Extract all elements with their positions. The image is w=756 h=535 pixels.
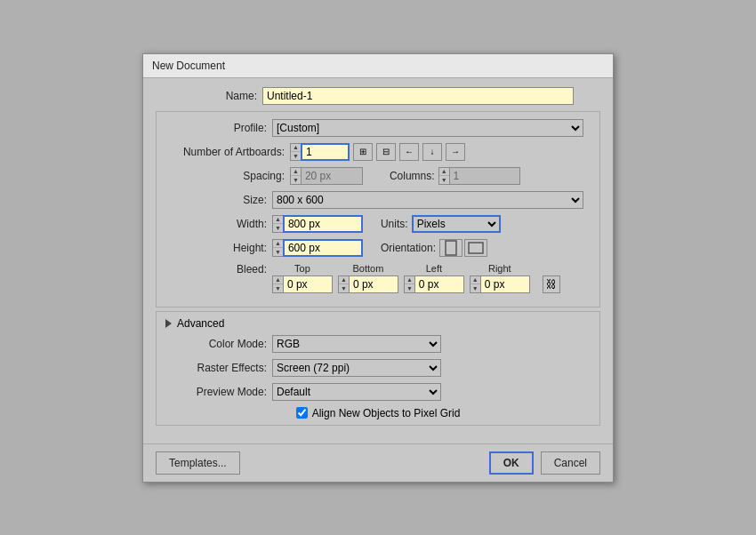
size-select[interactable]: 800 x 600 xyxy=(272,191,583,209)
artboards-spin-down[interactable]: ▼ xyxy=(291,152,301,160)
bleed-left-input-wrap: ▲ ▼ xyxy=(404,275,464,293)
spacing-label: Spacing: xyxy=(165,170,290,182)
spacing-spinner[interactable]: ▲ ▼ xyxy=(290,167,363,185)
artboards-group: ▲ ▼ ⊞ ⊟ ← ↓ → xyxy=(290,143,465,161)
columns-spinner[interactable]: ▲ ▼ xyxy=(438,167,520,185)
raster-select[interactable]: Screen (72 ppi) xyxy=(272,359,441,377)
templates-button[interactable]: Templates... xyxy=(156,451,240,475)
width-input[interactable] xyxy=(283,215,363,233)
artboard-left-icon[interactable]: ← xyxy=(399,143,419,161)
name-label: Name: xyxy=(156,90,262,102)
height-spinner[interactable]: ▲ ▼ xyxy=(272,239,363,257)
new-document-dialog: New Document Name: Profile: [Custom] Num… xyxy=(142,53,614,483)
raster-label: Raster Effects: xyxy=(165,362,272,374)
svg-rect-1 xyxy=(469,243,483,253)
bleed-bottom-label: Bottom xyxy=(352,263,383,274)
cancel-button[interactable]: Cancel xyxy=(541,451,600,475)
columns-input[interactable] xyxy=(449,167,520,185)
artboards-label: Number of Artboards: xyxy=(165,146,290,158)
height-input[interactable] xyxy=(283,239,363,257)
profile-select[interactable]: [Custom] xyxy=(272,119,583,137)
bleed-top-field: Top ▲ ▼ xyxy=(272,263,333,293)
align-checkbox-row: Align New Objects to Pixel Grid xyxy=(165,407,591,419)
spacing-input[interactable] xyxy=(301,167,363,185)
orientation-group: Orientation: xyxy=(381,239,487,257)
spacing-spin-arrows[interactable]: ▲ ▼ xyxy=(290,167,301,185)
profile-section: Profile: [Custom] Number of Artboards: ▲… xyxy=(156,111,600,307)
width-label: Width: xyxy=(165,218,272,230)
bleed-top-label: Top xyxy=(294,263,310,274)
artboard-grid-icon[interactable]: ⊞ xyxy=(353,143,373,161)
bleed-top-input-wrap: ▲ ▼ xyxy=(272,275,333,293)
bleed-row: Bleed: Top ▲ ▼ xyxy=(165,263,591,293)
dialog-footer: Templates... OK Cancel xyxy=(143,443,613,482)
height-spin-arrows[interactable]: ▲ ▼ xyxy=(272,239,283,257)
artboards-row: Number of Artboards: ▲ ▼ ⊞ ⊟ ← ↓ → xyxy=(165,143,591,161)
height-spin-up[interactable]: ▲ xyxy=(273,240,283,249)
svg-rect-0 xyxy=(446,241,456,255)
advanced-toggle-icon[interactable] xyxy=(165,319,172,328)
advanced-label: Advanced xyxy=(177,317,224,330)
size-label: Size: xyxy=(165,194,272,206)
color-mode-select[interactable]: RGB xyxy=(272,335,441,353)
bleed-left-input[interactable] xyxy=(414,275,464,293)
width-spin-arrows[interactable]: ▲ ▼ xyxy=(272,215,283,233)
height-spin-down[interactable]: ▼ xyxy=(273,248,283,256)
bleed-bottom-spin[interactable]: ▲ ▼ xyxy=(338,275,349,293)
width-spin-up[interactable]: ▲ xyxy=(273,216,283,225)
color-mode-row: Color Mode: RGB xyxy=(165,335,591,353)
artboards-spin-arrows[interactable]: ▲ ▼ xyxy=(290,143,301,161)
bleed-bottom-input[interactable] xyxy=(349,275,398,293)
bleed-bottom-input-wrap: ▲ ▼ xyxy=(338,275,398,293)
artboards-spin-up[interactable]: ▲ xyxy=(291,144,301,153)
spacing-spin-down[interactable]: ▼ xyxy=(291,176,301,184)
width-spin-down[interactable]: ▼ xyxy=(273,224,283,232)
bleed-top-input[interactable] xyxy=(283,275,333,293)
bleed-label: Bleed: xyxy=(165,263,272,275)
columns-label: Columns: xyxy=(390,170,435,182)
bleed-top-spin[interactable]: ▲ ▼ xyxy=(272,275,283,293)
units-select[interactable]: Pixels xyxy=(412,215,501,233)
units-group: Units: Pixels xyxy=(381,215,501,233)
ok-button[interactable]: OK xyxy=(489,451,534,475)
align-checkbox-label: Align New Objects to Pixel Grid xyxy=(312,407,461,419)
orientation-label: Orientation: xyxy=(381,242,436,254)
bleed-left-label: Left xyxy=(426,263,442,274)
units-label: Units: xyxy=(381,218,408,230)
artboard-arrange-icon[interactable]: ⊟ xyxy=(376,143,396,161)
profile-row: Profile: [Custom] xyxy=(165,119,591,137)
name-row: Name: xyxy=(156,87,600,105)
width-spinner[interactable]: ▲ ▼ xyxy=(272,215,363,233)
align-checkbox[interactable] xyxy=(296,407,308,419)
color-mode-label: Color Mode: xyxy=(165,338,272,350)
spacing-spin-up[interactable]: ▲ xyxy=(291,168,301,177)
columns-spin-arrows[interactable]: ▲ ▼ xyxy=(438,167,449,185)
width-row: Width: ▲ ▼ Units: Pixels xyxy=(165,215,591,233)
spacing-row: Spacing: ▲ ▼ Columns: ▲ ▼ xyxy=(165,167,591,185)
bleed-right-input[interactable] xyxy=(480,275,530,293)
orientation-landscape-btn[interactable] xyxy=(464,239,487,257)
artboard-right-icon[interactable]: → xyxy=(446,143,465,161)
columns-spin-down[interactable]: ▼ xyxy=(439,176,449,184)
bleed-link-btn[interactable]: ⛓ xyxy=(543,275,560,293)
name-input[interactable] xyxy=(262,87,574,105)
bleed-right-spin[interactable]: ▲ ▼ xyxy=(470,275,480,293)
dialog-title: New Document xyxy=(143,54,613,78)
artboards-input[interactable] xyxy=(301,143,350,161)
bleed-bottom-field: Bottom ▲ ▼ xyxy=(338,263,398,293)
orientation-portrait-btn[interactable] xyxy=(439,239,462,257)
artboards-spinner[interactable]: ▲ ▼ xyxy=(290,143,350,161)
bleed-right-field: Right ▲ ▼ xyxy=(470,263,530,293)
bleed-left-field: Left ▲ ▼ xyxy=(404,263,464,293)
bleed-right-input-wrap: ▲ ▼ xyxy=(470,275,530,293)
preview-select[interactable]: Default xyxy=(272,383,441,401)
height-row: Height: ▲ ▼ Orientation: xyxy=(165,239,591,257)
advanced-section: Advanced Color Mode: RGB Raster Effects:… xyxy=(156,311,600,426)
preview-row: Preview Mode: Default xyxy=(165,383,591,401)
bleed-left-spin[interactable]: ▲ ▼ xyxy=(404,275,414,293)
columns-spin-up[interactable]: ▲ xyxy=(439,168,449,177)
artboard-down-icon[interactable]: ↓ xyxy=(422,143,442,161)
bleed-fields: Top ▲ ▼ Bottom xyxy=(272,263,560,293)
preview-label: Preview Mode: xyxy=(165,386,272,398)
advanced-header: Advanced xyxy=(165,317,591,330)
